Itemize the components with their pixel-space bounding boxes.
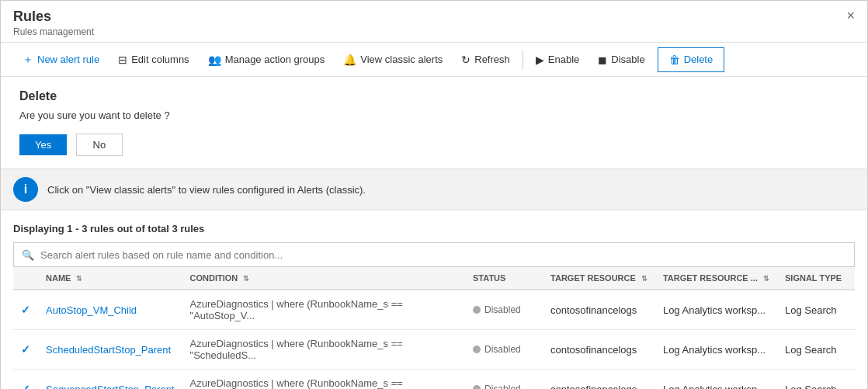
row-target-type-2: Log Analytics worksp...	[655, 370, 777, 390]
manage-action-groups-button[interactable]: 👥 Manage action groups	[199, 43, 335, 77]
edit-columns-label: Edit columns	[131, 54, 189, 65]
row-status-0: Disabled	[465, 290, 543, 330]
status-dot-2	[473, 385, 481, 390]
sort-icon-target-type[interactable]: ⇅	[763, 275, 769, 283]
display-count: Displaying 1 - 3 rules out of total 3 ru…	[13, 223, 855, 234]
title-bar: Rules Rules management ×	[1, 1, 867, 43]
row-target-1: contosofinancelogs	[543, 330, 655, 370]
yes-button[interactable]: Yes	[19, 134, 67, 155]
info-icon: i	[13, 177, 38, 202]
row-condition-1: AzureDiagnostics | where (RunbookName_s …	[182, 330, 466, 370]
col-header-target-resource: TARGET RESOURCE ⇅	[543, 267, 655, 290]
status-badge-2: Disabled	[473, 384, 521, 390]
col-header-target-resource-type: TARGET RESOURCE ... ⇅	[655, 267, 777, 290]
new-alert-label: New alert rule	[37, 54, 99, 65]
row-name-0: AutoStop_VM_Child	[38, 290, 182, 330]
title-area: Rules Rules management	[13, 9, 94, 37]
window-subtitle: Rules management	[13, 26, 94, 37]
row-target-type-1: Log Analytics worksp...	[655, 330, 777, 370]
alerts-table: NAME ⇅ CONDITION ⇅ STATUS TARGET RESOURC…	[13, 267, 855, 389]
name-link-0[interactable]: AutoStop_VM_Child	[46, 304, 137, 316]
window-title: Rules	[13, 9, 94, 25]
bell-icon: 🔔	[343, 54, 356, 66]
delete-button[interactable]: 🗑 Delete	[658, 47, 725, 72]
delete-title: Delete	[19, 89, 849, 103]
info-text: Click on "View classic alerts" to view r…	[47, 184, 366, 196]
view-classic-alerts-button[interactable]: 🔔 View classic alerts	[334, 43, 452, 77]
row-target-type-0: Log Analytics worksp...	[655, 290, 777, 330]
enable-label: Enable	[548, 54, 579, 65]
delete-panel: Delete Are you sure you want to delete ?…	[1, 77, 867, 169]
header-row: NAME ⇅ CONDITION ⇅ STATUS TARGET RESOURC…	[13, 267, 855, 290]
manage-action-groups-label: Manage action groups	[225, 54, 325, 65]
sort-icon-target[interactable]: ⇅	[641, 275, 648, 283]
search-bar: 🔍	[13, 242, 855, 267]
row-signal-2: Log Search	[777, 370, 855, 390]
stop-icon: ◼	[598, 54, 607, 66]
row-check-0[interactable]: ✓	[13, 290, 38, 330]
status-badge-0: Disabled	[473, 304, 521, 315]
info-bar: i Click on "View classic alerts" to view…	[1, 169, 867, 210]
table-row: ✓ AutoStop_VM_Child AzureDiagnostics | w…	[13, 290, 855, 330]
row-condition-2: AzureDiagnostics | where (RunbookName_s …	[182, 370, 466, 390]
delete-label: Delete	[684, 54, 713, 65]
search-icon: 🔍	[22, 249, 34, 261]
toolbar: ＋ New alert rule ⊟ Edit columns 👥 Manage…	[1, 43, 867, 77]
name-link-1[interactable]: ScheduledStartStop_Parent	[46, 344, 171, 356]
refresh-button[interactable]: ↻ Refresh	[452, 43, 519, 77]
enable-button[interactable]: ▶ Enable	[526, 43, 589, 77]
col-header-name: NAME ⇅	[38, 267, 182, 290]
row-target-2: contosofinancelogs	[543, 370, 655, 390]
refresh-label: Refresh	[474, 54, 510, 65]
col-header-status: STATUS	[465, 267, 543, 290]
table-row: ✓ SequencedStartStop_Parent AzureDiagnos…	[13, 370, 855, 390]
row-status-2: Disabled	[465, 370, 543, 390]
row-check-2[interactable]: ✓	[13, 370, 38, 390]
col-header-signal-type: SIGNAL TYPE	[777, 267, 855, 290]
row-signal-1: Log Search	[777, 330, 855, 370]
columns-icon: ⊟	[118, 54, 127, 66]
play-icon: ▶	[536, 54, 544, 66]
content-area: Displaying 1 - 3 rules out of total 3 ru…	[1, 210, 867, 389]
close-button[interactable]: ×	[846, 9, 855, 23]
trash-icon: 🗑	[669, 54, 680, 66]
row-signal-0: Log Search	[777, 290, 855, 330]
rules-window: Rules Rules management × ＋ New alert rul…	[0, 0, 868, 389]
view-classic-alerts-label: View classic alerts	[360, 54, 443, 65]
status-dot-0	[473, 306, 481, 314]
toolbar-divider	[523, 50, 523, 69]
col-header-condition: CONDITION ⇅	[182, 267, 466, 290]
table-header: NAME ⇅ CONDITION ⇅ STATUS TARGET RESOURC…	[13, 267, 855, 290]
delete-question: Are you sure you want to delete ?	[19, 109, 849, 121]
sort-icon-name[interactable]: ⇅	[76, 275, 82, 283]
row-status-1: Disabled	[465, 330, 543, 370]
refresh-icon: ↻	[461, 54, 470, 66]
row-condition-0: AzureDiagnostics | where (RunbookName_s …	[182, 290, 466, 330]
name-link-2[interactable]: SequencedStartStop_Parent	[46, 384, 175, 390]
row-target-0: contosofinancelogs	[543, 290, 655, 330]
status-dot-1	[473, 346, 481, 353]
disable-label: Disable	[611, 54, 644, 65]
disable-button[interactable]: ◼ Disable	[589, 43, 654, 77]
row-name-2: SequencedStartStop_Parent	[38, 370, 182, 390]
plus-icon: ＋	[23, 53, 33, 67]
new-alert-rule-button[interactable]: ＋ New alert rule	[13, 43, 109, 77]
row-check-1[interactable]: ✓	[13, 330, 38, 370]
search-input[interactable]	[40, 249, 846, 261]
status-badge-1: Disabled	[473, 344, 521, 355]
row-name-1: ScheduledStartStop_Parent	[38, 330, 182, 370]
no-button[interactable]: No	[76, 134, 123, 156]
col-header-check	[13, 267, 38, 290]
people-icon: 👥	[208, 54, 221, 66]
table-row: ✓ ScheduledStartStop_Parent AzureDiagnos…	[13, 330, 855, 370]
edit-columns-button[interactable]: ⊟ Edit columns	[109, 43, 198, 77]
sort-icon-condition[interactable]: ⇅	[243, 275, 249, 283]
table-body: ✓ AutoStop_VM_Child AzureDiagnostics | w…	[13, 290, 855, 389]
